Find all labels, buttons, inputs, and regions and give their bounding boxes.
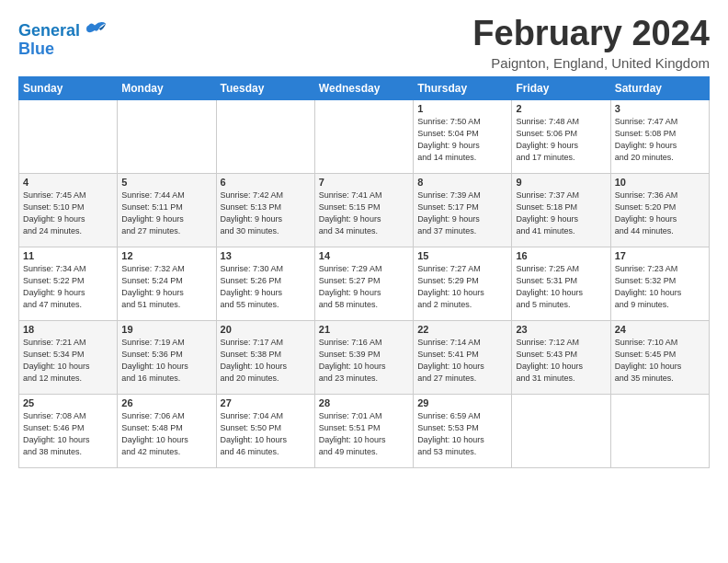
day-number: 6: [221, 177, 311, 188]
day-info: Sunrise: 7:45 AMSunset: 5:10 PMDaylight:…: [23, 190, 113, 237]
month-title: February 2024: [472, 15, 710, 53]
calendar-cell-w4-d6: [610, 394, 709, 467]
calendar-cell-w1-d0: 4Sunrise: 7:45 AMSunset: 5:10 PMDaylight…: [19, 173, 118, 247]
day-info: Sunrise: 7:19 AMSunset: 5:36 PMDaylight:…: [121, 337, 211, 385]
calendar-cell-w2-d3: 14Sunrise: 7:29 AMSunset: 5:27 PMDayligh…: [314, 247, 413, 320]
col-sunday: Sunday: [19, 76, 118, 99]
calendar-cell-w0-d5: 2Sunrise: 7:48 AMSunset: 5:06 PMDaylight…: [512, 99, 610, 173]
day-number: 12: [121, 250, 211, 261]
day-info: Sunrise: 7:37 AMSunset: 5:18 PMDaylight:…: [516, 190, 606, 237]
day-info: Sunrise: 7:42 AMSunset: 5:13 PMDaylight:…: [221, 190, 311, 237]
day-info: Sunrise: 7:17 AMSunset: 5:38 PMDaylight:…: [221, 337, 311, 385]
calendar-cell-w4-d0: 25Sunrise: 7:08 AMSunset: 5:46 PMDayligh…: [19, 394, 118, 467]
day-info: Sunrise: 7:29 AMSunset: 5:27 PMDaylight:…: [319, 263, 409, 311]
day-info: Sunrise: 7:27 AMSunset: 5:29 PMDaylight:…: [417, 263, 507, 311]
day-info: Sunrise: 7:04 AMSunset: 5:50 PMDaylight:…: [221, 410, 311, 458]
day-number: 5: [121, 177, 211, 188]
col-tuesday: Tuesday: [216, 76, 314, 99]
calendar-cell-w2-d2: 13Sunrise: 7:30 AMSunset: 5:26 PMDayligh…: [216, 247, 314, 320]
calendar-table: Sunday Monday Tuesday Wednesday Thursday…: [18, 76, 710, 468]
calendar-cell-w2-d5: 16Sunrise: 7:25 AMSunset: 5:31 PMDayligh…: [512, 247, 610, 320]
day-info: Sunrise: 7:16 AMSunset: 5:39 PMDaylight:…: [319, 337, 409, 385]
day-number: 2: [516, 103, 606, 114]
calendar-cell-w0-d4: 1Sunrise: 7:50 AMSunset: 5:04 PMDaylight…: [414, 99, 512, 173]
day-number: 25: [23, 397, 113, 408]
day-info: Sunrise: 7:39 AMSunset: 5:17 PMDaylight:…: [417, 190, 507, 237]
calendar-cell-w4-d1: 26Sunrise: 7:06 AMSunset: 5:48 PMDayligh…: [118, 394, 216, 467]
calendar-cell-w0-d1: [118, 99, 216, 173]
day-number: 1: [417, 103, 507, 114]
day-number: 10: [615, 177, 705, 188]
week-row-3: 18Sunrise: 7:21 AMSunset: 5:34 PMDayligh…: [19, 320, 710, 394]
logo: General Blue: [18, 18, 108, 59]
calendar-cell-w4-d5: [512, 394, 610, 467]
week-row-0: 1Sunrise: 7:50 AMSunset: 5:04 PMDaylight…: [19, 99, 710, 173]
calendar-cell-w4-d4: 29Sunrise: 6:59 AMSunset: 5:53 PMDayligh…: [414, 394, 512, 467]
day-number: 14: [319, 250, 409, 261]
day-number: 19: [121, 324, 211, 335]
col-wednesday: Wednesday: [314, 76, 413, 99]
calendar-cell-w2-d6: 17Sunrise: 7:23 AMSunset: 5:32 PMDayligh…: [610, 247, 709, 320]
logo-bird-icon: [82, 18, 108, 44]
day-info: Sunrise: 7:25 AMSunset: 5:31 PMDaylight:…: [516, 263, 606, 311]
day-number: 26: [121, 397, 211, 408]
day-number: 23: [516, 324, 606, 335]
calendar-cell-w4-d3: 28Sunrise: 7:01 AMSunset: 5:51 PMDayligh…: [314, 394, 413, 467]
calendar-cell-w0-d3: [314, 99, 413, 173]
calendar-cell-w2-d0: 11Sunrise: 7:34 AMSunset: 5:22 PMDayligh…: [19, 247, 118, 320]
day-info: Sunrise: 7:34 AMSunset: 5:22 PMDaylight:…: [23, 263, 113, 311]
day-number: 13: [221, 250, 311, 261]
day-number: 8: [417, 177, 507, 188]
calendar-cell-w3-d3: 21Sunrise: 7:16 AMSunset: 5:39 PMDayligh…: [314, 320, 413, 394]
day-number: 3: [615, 103, 705, 114]
week-row-2: 11Sunrise: 7:34 AMSunset: 5:22 PMDayligh…: [19, 247, 710, 320]
calendar-cell-w3-d2: 20Sunrise: 7:17 AMSunset: 5:38 PMDayligh…: [216, 320, 314, 394]
day-info: Sunrise: 7:30 AMSunset: 5:26 PMDaylight:…: [221, 263, 311, 311]
location: Paignton, England, United Kingdom: [472, 55, 710, 71]
day-info: Sunrise: 7:06 AMSunset: 5:48 PMDaylight:…: [121, 410, 211, 458]
col-monday: Monday: [118, 76, 216, 99]
week-row-1: 4Sunrise: 7:45 AMSunset: 5:10 PMDaylight…: [19, 173, 710, 247]
day-number: 9: [516, 177, 606, 188]
day-number: 16: [516, 250, 606, 261]
day-number: 22: [417, 324, 507, 335]
day-info: Sunrise: 7:36 AMSunset: 5:20 PMDaylight:…: [615, 190, 705, 237]
calendar-cell-w3-d1: 19Sunrise: 7:19 AMSunset: 5:36 PMDayligh…: [118, 320, 216, 394]
calendar-cell-w1-d2: 6Sunrise: 7:42 AMSunset: 5:13 PMDaylight…: [216, 173, 314, 247]
calendar-cell-w1-d6: 10Sunrise: 7:36 AMSunset: 5:20 PMDayligh…: [610, 173, 709, 247]
day-number: 27: [221, 397, 311, 408]
day-number: 17: [615, 250, 705, 261]
calendar-cell-w1-d1: 5Sunrise: 7:44 AMSunset: 5:11 PMDaylight…: [118, 173, 216, 247]
calendar-cell-w2-d4: 15Sunrise: 7:27 AMSunset: 5:29 PMDayligh…: [414, 247, 512, 320]
day-number: 24: [615, 324, 705, 335]
calendar-cell-w3-d4: 22Sunrise: 7:14 AMSunset: 5:41 PMDayligh…: [414, 320, 512, 394]
calendar-cell-w1-d3: 7Sunrise: 7:41 AMSunset: 5:15 PMDaylight…: [314, 173, 413, 247]
day-info: Sunrise: 7:44 AMSunset: 5:11 PMDaylight:…: [121, 190, 211, 237]
day-info: Sunrise: 7:47 AMSunset: 5:08 PMDaylight:…: [615, 116, 705, 164]
day-info: Sunrise: 6:59 AMSunset: 5:53 PMDaylight:…: [417, 410, 507, 458]
page: General Blue February 2024 Paignton, Eng…: [0, 0, 728, 477]
day-number: 29: [417, 397, 507, 408]
calendar-cell-w1-d5: 9Sunrise: 7:37 AMSunset: 5:18 PMDaylight…: [512, 173, 610, 247]
day-info: Sunrise: 7:21 AMSunset: 5:34 PMDaylight:…: [23, 337, 113, 385]
day-number: 21: [319, 324, 409, 335]
calendar-cell-w3-d6: 24Sunrise: 7:10 AMSunset: 5:45 PMDayligh…: [610, 320, 709, 394]
day-number: 20: [221, 324, 311, 335]
day-info: Sunrise: 7:41 AMSunset: 5:15 PMDaylight:…: [319, 190, 409, 237]
calendar-header-row: Sunday Monday Tuesday Wednesday Thursday…: [19, 76, 710, 99]
col-saturday: Saturday: [610, 76, 709, 99]
week-row-4: 25Sunrise: 7:08 AMSunset: 5:46 PMDayligh…: [19, 394, 710, 467]
calendar-cell-w0-d6: 3Sunrise: 7:47 AMSunset: 5:08 PMDaylight…: [610, 99, 709, 173]
day-info: Sunrise: 7:10 AMSunset: 5:45 PMDaylight:…: [615, 337, 705, 385]
calendar-cell-w1-d4: 8Sunrise: 7:39 AMSunset: 5:17 PMDaylight…: [414, 173, 512, 247]
logo-text-line2: Blue: [18, 40, 54, 59]
day-info: Sunrise: 7:01 AMSunset: 5:51 PMDaylight:…: [319, 410, 409, 458]
header: General Blue February 2024 Paignton, Eng…: [18, 15, 710, 71]
calendar-cell-w3-d5: 23Sunrise: 7:12 AMSunset: 5:43 PMDayligh…: [512, 320, 610, 394]
day-number: 7: [319, 177, 409, 188]
day-info: Sunrise: 7:50 AMSunset: 5:04 PMDaylight:…: [417, 116, 507, 164]
calendar-cell-w0-d2: [216, 99, 314, 173]
day-number: 11: [23, 250, 113, 261]
day-info: Sunrise: 7:23 AMSunset: 5:32 PMDaylight:…: [615, 263, 705, 311]
day-number: 18: [23, 324, 113, 335]
